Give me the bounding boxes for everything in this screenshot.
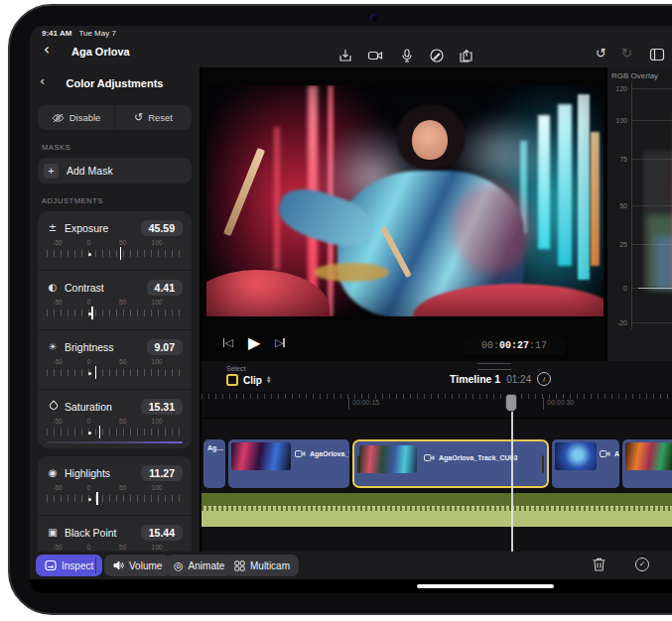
clip[interactable]	[622, 439, 672, 488]
animate-button[interactable]: ◎ Animate	[165, 555, 233, 576]
pencil-circle-icon[interactable]	[429, 48, 445, 63]
clip[interactable]: AgaOrlova_Track_Wid…	[228, 439, 349, 488]
scale-label: 50	[119, 299, 126, 306]
animate-label: Animate	[189, 560, 225, 571]
scale-label: -50	[53, 418, 62, 425]
playhead-line	[511, 411, 513, 552]
video-camera-icon[interactable]	[367, 48, 383, 63]
scale-label: -50	[53, 299, 62, 306]
scope-tick: 50	[609, 202, 627, 209]
undo-icon[interactable]: ↺	[596, 46, 606, 61]
saturation-slider[interactable]: -50 0 50 100	[47, 418, 183, 443]
timecode-hours: 00:	[481, 340, 499, 351]
slider-ticks	[47, 369, 183, 376]
slider-cursor[interactable]	[91, 307, 93, 319]
skip-forward-icon[interactable]: ▷	[275, 336, 285, 349]
adjustment-exposure: ± Exposure 45.59 -50 0 50 100	[38, 211, 192, 270]
clips-track: Ag… AgaOrlova_Track_Wid… AgaOrlov	[202, 439, 672, 488]
timeline-drag-handle[interactable]	[477, 363, 511, 370]
trash-icon[interactable]	[592, 557, 606, 576]
scale-label: 100	[152, 239, 163, 246]
scale-label: -50	[53, 358, 62, 365]
done-icon[interactable]: ✓	[635, 558, 649, 571]
mic-icon[interactable]	[399, 48, 415, 63]
slider-cursor[interactable]	[96, 492, 98, 505]
ruler-ticks	[202, 394, 672, 399]
adjustment-contrast: ◐ Contrast 4.41 -50 0 50 100	[38, 270, 192, 329]
scale-label: 100	[152, 418, 163, 425]
select-label: Select	[226, 365, 245, 372]
timeline: Select Clip ▲▼ Timeline 1 01:24 i ⌒ 00:0…	[202, 361, 672, 552]
saturation-value-field[interactable]: 15.31	[141, 399, 183, 415]
toolbar-divider	[95, 558, 96, 573]
highlights-value-field[interactable]: 11.27	[141, 465, 183, 481]
skip-back-icon[interactable]: ◁	[223, 336, 233, 349]
back-chevron-icon[interactable]: ‹	[44, 43, 50, 58]
import-icon[interactable]	[337, 48, 353, 63]
multicam-icon	[234, 560, 245, 571]
reset-button[interactable]: ↺ Reset	[114, 105, 192, 130]
scope-tick: -20	[609, 319, 627, 326]
adjustment-highlights: ◉ Highlights 11.27 -50 0 50 100	[38, 456, 192, 515]
page: 9:41 AMTue May 7 ‹ Aga Orlova ↺ ↻	[0, 0, 672, 621]
clip-selected[interactable]: AgaOrlova_Track_CU03	[352, 439, 549, 488]
scale-label: -50	[53, 544, 62, 551]
timeline-ruler[interactable]: 00:00:15 00:00:30	[202, 392, 672, 419]
rgb-overlay-scope: RGB Overlay 120 100 75 50 25 0 -20	[607, 67, 672, 361]
adjustment-brightness: ☀ Brightness 9.07 -50 0 50 100	[38, 329, 192, 389]
brightness-value-field[interactable]: 9.07	[147, 339, 183, 355]
trim-handle-right[interactable]	[542, 455, 545, 473]
timecode-main: 00:27	[499, 340, 529, 351]
volume-button[interactable]: Volume	[104, 555, 171, 576]
playhead[interactable]	[505, 394, 517, 412]
scope-tick: 0	[609, 285, 627, 292]
black-point-value-field[interactable]: 15.44	[141, 525, 183, 541]
add-mask-label: Add Mask	[67, 165, 113, 177]
disable-button[interactable]: Disable	[38, 105, 114, 130]
scale-label: 0	[87, 299, 91, 306]
info-icon[interactable]: i	[537, 372, 551, 386]
brightness-slider[interactable]: -50 0 50 100	[47, 358, 183, 384]
timecode-frames: :17	[529, 340, 547, 351]
adjustments-section-label: ADJUSTMENTS	[42, 196, 200, 205]
clip-camera-icon	[600, 444, 610, 462]
audio-track[interactable]	[202, 493, 672, 526]
contrast-slider[interactable]: -50 0 50 100	[47, 299, 183, 324]
contrast-value-field[interactable]: 4.41	[147, 280, 183, 296]
slider-origin-dot	[88, 432, 91, 435]
highlights-slider[interactable]: -50 0 50 100	[47, 484, 183, 510]
slider-cursor[interactable]	[99, 426, 101, 438]
slider-origin-dot	[88, 312, 91, 315]
clip[interactable]: A…	[552, 439, 619, 488]
panel-back-chevron-icon[interactable]: ‹	[40, 73, 45, 88]
clip[interactable]: Ag…	[203, 439, 225, 488]
reset-label: Reset	[148, 112, 173, 123]
scale-label: -50	[53, 484, 62, 491]
exposure-value-field[interactable]: 45.59	[141, 220, 183, 236]
adjustment-label: Contrast	[65, 282, 141, 294]
media-browser-icon[interactable]	[649, 48, 665, 63]
clip-selector[interactable]: Clip ▲▼	[226, 374, 270, 386]
slider-cursor[interactable]	[120, 247, 122, 260]
inspect-button[interactable]: Inspect	[36, 555, 102, 576]
exposure-slider[interactable]: -50 0 50 100	[47, 239, 183, 265]
volume-icon	[113, 560, 124, 570]
ipad-device: 9:41 AMTue May 7 ‹ Aga Orlova ↺ ↻	[8, 4, 672, 615]
adjustment-label: Highlights	[65, 467, 135, 479]
home-indicator[interactable]	[417, 584, 554, 588]
add-mask-button[interactable]: + Add Mask	[38, 158, 192, 184]
masks-section-label: MASKS	[42, 143, 200, 152]
slider-origin-dot	[88, 372, 91, 375]
trim-handle-left[interactable]	[357, 455, 360, 473]
panel-title: Color Adjustments	[67, 77, 164, 89]
slider-cursor[interactable]	[95, 366, 97, 379]
front-camera-icon	[370, 14, 378, 22]
timecode-display[interactable]: 00:00:27:17	[464, 336, 565, 355]
multicam-button[interactable]: Multicam	[225, 555, 299, 576]
multicam-label: Multicam	[250, 560, 290, 571]
clip-label: A…	[614, 450, 619, 457]
share-icon[interactable]	[458, 48, 473, 63]
redo-icon[interactable]: ↻	[621, 46, 632, 61]
scope-title: RGB Overlay	[611, 71, 658, 80]
play-icon[interactable]: ▶	[248, 333, 260, 352]
